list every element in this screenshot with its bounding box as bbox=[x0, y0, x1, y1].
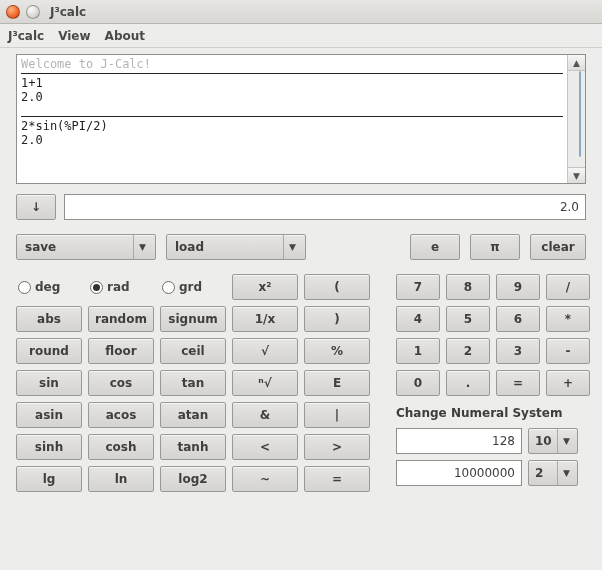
key-8[interactable]: 8 bbox=[446, 274, 490, 300]
fn-lparen-button[interactable]: ( bbox=[304, 274, 370, 300]
fn-cosh-button[interactable]: cosh bbox=[88, 434, 154, 460]
chevron-down-icon: ▼ bbox=[557, 429, 575, 453]
history-text[interactable]: Welcome to J-Calc! 1+1 2.0 2*sin(%PI/2) … bbox=[17, 55, 567, 183]
fn-cos-button[interactable]: cos bbox=[88, 370, 154, 396]
fn-ceil-button[interactable]: ceil bbox=[160, 338, 226, 364]
fn-sqrt-button[interactable]: √ bbox=[232, 338, 298, 364]
history-welcome: Welcome to J-Calc! bbox=[21, 57, 563, 71]
fn-atan-button[interactable]: atan bbox=[160, 402, 226, 428]
menu-bar: J³calc View About bbox=[0, 24, 602, 48]
history-divider bbox=[21, 73, 563, 74]
angle-deg-radio[interactable]: deg bbox=[16, 274, 82, 300]
window-title: J³calc bbox=[50, 5, 86, 19]
fn-random-button[interactable]: random bbox=[88, 306, 154, 332]
key-sub[interactable]: - bbox=[546, 338, 590, 364]
history-expr: 2*sin(%PI/2) bbox=[21, 119, 563, 133]
history-result: 2.0 bbox=[21, 133, 563, 147]
menu-view[interactable]: View bbox=[58, 29, 90, 43]
history-scrollbar[interactable]: ▲ ▼ bbox=[567, 55, 585, 183]
radio-icon bbox=[90, 281, 103, 294]
numsys-input-base[interactable]: 10 ▼ bbox=[528, 428, 578, 454]
history-panel: Welcome to J-Calc! 1+1 2.0 2*sin(%PI/2) … bbox=[16, 54, 586, 184]
numsys-output-field[interactable]: 10000000 bbox=[396, 460, 522, 486]
key-1[interactable]: 1 bbox=[396, 338, 440, 364]
clear-button[interactable]: clear bbox=[530, 234, 586, 260]
fn-and-button[interactable]: & bbox=[232, 402, 298, 428]
result-field[interactable]: 2.0 bbox=[64, 194, 586, 220]
fn-log2-button[interactable]: log2 bbox=[160, 466, 226, 492]
function-grid: deg rad grd x² ( abs random signum 1/x bbox=[16, 274, 370, 492]
fn-eqop-button[interactable]: = bbox=[304, 466, 370, 492]
key-add[interactable]: + bbox=[546, 370, 590, 396]
fn-gt-button[interactable]: > bbox=[304, 434, 370, 460]
key-2[interactable]: 2 bbox=[446, 338, 490, 364]
key-mul[interactable]: * bbox=[546, 306, 590, 332]
menu-about[interactable]: About bbox=[105, 29, 145, 43]
key-4[interactable]: 4 bbox=[396, 306, 440, 332]
fn-xsq-button[interactable]: x² bbox=[232, 274, 298, 300]
fn-ln-button[interactable]: ln bbox=[88, 466, 154, 492]
numsys-output-base[interactable]: 2 ▼ bbox=[528, 460, 578, 486]
key-7[interactable]: 7 bbox=[396, 274, 440, 300]
const-e-button[interactable]: e bbox=[410, 234, 460, 260]
scroll-thumb[interactable] bbox=[579, 71, 581, 157]
chevron-down-icon: ▼ bbox=[283, 235, 301, 259]
key-9[interactable]: 9 bbox=[496, 274, 540, 300]
radio-icon bbox=[162, 281, 175, 294]
fn-not-button[interactable]: ~ bbox=[232, 466, 298, 492]
history-expr: 1+1 bbox=[21, 76, 563, 90]
fn-round-button[interactable]: round bbox=[16, 338, 82, 364]
menu-app[interactable]: J³calc bbox=[8, 29, 44, 43]
fn-sinh-button[interactable]: sinh bbox=[16, 434, 82, 460]
fn-lg-button[interactable]: lg bbox=[16, 466, 82, 492]
fn-percent-button[interactable]: % bbox=[304, 338, 370, 364]
key-0[interactable]: 0 bbox=[396, 370, 440, 396]
fn-rparen-button[interactable]: ) bbox=[304, 306, 370, 332]
load-label: load bbox=[175, 240, 283, 254]
history-divider bbox=[21, 116, 563, 117]
fn-nroot-button[interactable]: ⁿ√ bbox=[232, 370, 298, 396]
window-titlebar: J³calc bbox=[0, 0, 602, 24]
fn-signum-button[interactable]: signum bbox=[160, 306, 226, 332]
scroll-down-icon[interactable]: ▼ bbox=[568, 167, 585, 183]
fn-recip-button[interactable]: 1/x bbox=[232, 306, 298, 332]
fn-lt-button[interactable]: < bbox=[232, 434, 298, 460]
fn-tanh-button[interactable]: tanh bbox=[160, 434, 226, 460]
key-5[interactable]: 5 bbox=[446, 306, 490, 332]
save-combo[interactable]: save ▼ bbox=[16, 234, 156, 260]
close-icon[interactable] bbox=[6, 5, 20, 19]
const-pi-button[interactable]: π bbox=[470, 234, 520, 260]
fn-tan-button[interactable]: tan bbox=[160, 370, 226, 396]
fn-acos-button[interactable]: acos bbox=[88, 402, 154, 428]
chevron-down-icon: ▼ bbox=[557, 461, 575, 485]
numpad-grid: 7 8 9 / 4 5 6 * 1 2 3 - 0 . = + bbox=[396, 274, 590, 492]
fn-abs-button[interactable]: abs bbox=[16, 306, 82, 332]
angle-rad-radio[interactable]: rad bbox=[88, 274, 154, 300]
scroll-up-icon[interactable]: ▲ bbox=[568, 55, 585, 71]
load-combo[interactable]: load ▼ bbox=[166, 234, 306, 260]
minimize-icon[interactable] bbox=[26, 5, 40, 19]
key-div[interactable]: / bbox=[546, 274, 590, 300]
history-result: 2.0 bbox=[21, 90, 563, 104]
save-label: save bbox=[25, 240, 133, 254]
content-area: Welcome to J-Calc! 1+1 2.0 2*sin(%PI/2) … bbox=[0, 48, 602, 504]
insert-down-button[interactable]: ↓ bbox=[16, 194, 56, 220]
key-6[interactable]: 6 bbox=[496, 306, 540, 332]
numeral-system-label: Change Numeral System bbox=[396, 402, 590, 422]
radio-icon bbox=[18, 281, 31, 294]
angle-grd-radio[interactable]: grd bbox=[160, 274, 226, 300]
chevron-down-icon: ▼ bbox=[133, 235, 151, 259]
fn-asin-button[interactable]: asin bbox=[16, 402, 82, 428]
numsys-input-field[interactable]: 128 bbox=[396, 428, 522, 454]
fn-exp-button[interactable]: E bbox=[304, 370, 370, 396]
key-dot[interactable]: . bbox=[446, 370, 490, 396]
fn-sin-button[interactable]: sin bbox=[16, 370, 82, 396]
key-3[interactable]: 3 bbox=[496, 338, 540, 364]
key-eq[interactable]: = bbox=[496, 370, 540, 396]
fn-floor-button[interactable]: floor bbox=[88, 338, 154, 364]
fn-or-button[interactable]: | bbox=[304, 402, 370, 428]
